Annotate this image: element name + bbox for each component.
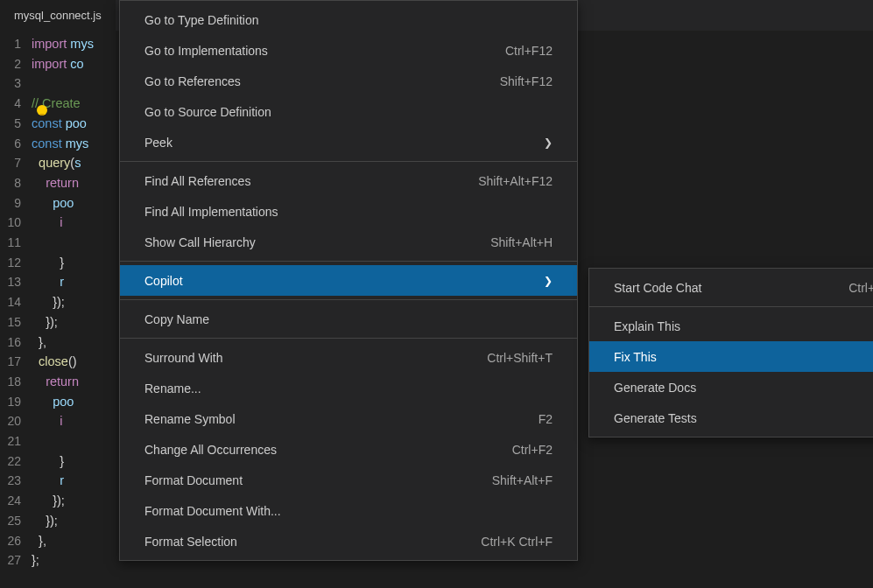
svg-rect-1 — [40, 114, 44, 116]
line-number: 17 — [0, 352, 21, 372]
menu-shortcut: Ctrl+Shift+T — [487, 351, 553, 365]
menu-item-format-document-with[interactable]: Format Document With... — [120, 495, 577, 526]
menu-shortcut: Ctrl+F12 — [505, 44, 553, 58]
menu-item-go-to-source-definition[interactable]: Go to Source Definition — [120, 96, 577, 127]
line-number: 6 — [0, 134, 21, 154]
line-number: 15 — [0, 312, 21, 332]
menu-shortcut: Ctrl+K Ctrl+F — [481, 535, 553, 549]
chevron-right-icon: ❯ — [544, 275, 553, 287]
menu-item-format-document[interactable]: Format DocumentShift+Alt+F — [120, 465, 577, 495]
menu-separator — [589, 306, 873, 307]
line-number: 7 — [0, 153, 21, 173]
line-number: 22 — [0, 452, 21, 472]
menu-item-go-to-references[interactable]: Go to ReferencesShift+F12 — [120, 66, 577, 96]
menu-label: Start Code Chat — [614, 281, 701, 295]
menu-label: Format Document With... — [144, 504, 281, 518]
menu-item-find-all-references[interactable]: Find All ReferencesShift+Alt+F12 — [120, 165, 577, 196]
chevron-right-icon: ❯ — [544, 136, 553, 149]
menu-item-go-to-implementations[interactable]: Go to ImplementationsCtrl+F12 — [120, 35, 577, 66]
menu-label: Rename... — [144, 382, 201, 396]
menu-label: Copilot — [144, 274, 183, 288]
menu-label: Format Selection — [144, 535, 237, 549]
menu-item-rename[interactable]: Rename... — [120, 373, 577, 403]
menu-label: Explain This — [614, 319, 680, 333]
menu-shortcut: F2 — [539, 412, 553, 426]
line-number: 21 — [0, 431, 21, 452]
menu-shortcut: Shift+Alt+F12 — [478, 174, 553, 188]
line-number: 25 — [0, 511, 21, 531]
line-gutter: 1234567891011121314151617181920212223242… — [0, 31, 32, 588]
menu-label: Go to Type Definition — [144, 13, 258, 27]
submenu-item-explain-this[interactable]: Explain This — [589, 311, 873, 341]
menu-label: Go to Implementations — [144, 44, 268, 58]
menu-separator — [120, 161, 577, 162]
menu-label: Format Document — [144, 473, 243, 487]
menu-shortcut: Shift+F12 — [500, 74, 553, 88]
line-number: 5 — [0, 114, 21, 134]
menu-item-find-all-implementations[interactable]: Find All Implementations — [120, 196, 577, 227]
menu-label: Show Call Hierarchy — [144, 235, 256, 249]
menu-label: Copy Name — [144, 312, 209, 326]
line-number: 26 — [0, 531, 21, 551]
line-number: 23 — [0, 471, 21, 491]
tab-filename: mysql_connect.js — [14, 9, 102, 22]
line-number: 2 — [0, 54, 21, 74]
menu-item-copy-name[interactable]: Copy Name — [120, 304, 577, 334]
menu-item-format-selection[interactable]: Format SelectionCtrl+K Ctrl+F — [120, 526, 577, 556]
menu-label: Go to Source Definition — [144, 105, 271, 119]
line-number: 14 — [0, 292, 21, 312]
line-number: 12 — [0, 253, 21, 273]
menu-label: Change All Occurrences — [144, 443, 277, 457]
submenu-item-generate-tests[interactable]: Generate Tests — [589, 402, 873, 433]
line-number: 13 — [0, 272, 21, 292]
line-number: 3 — [0, 74, 21, 94]
menu-separator — [120, 338, 577, 339]
line-number: 27 — [0, 550, 21, 570]
menu-label: Peek — [144, 136, 172, 150]
submenu-item-fix-this[interactable]: Fix This — [589, 341, 873, 372]
line-number: 18 — [0, 372, 21, 392]
menu-label: Generate Docs — [614, 381, 696, 395]
lightbulb-icon[interactable] — [35, 103, 49, 117]
menu-item-peek[interactable]: Peek❯ — [120, 127, 577, 158]
menu-label: Fix This — [614, 350, 657, 364]
menu-item-change-all-occurrences[interactable]: Change All OccurrencesCtrl+F2 — [120, 434, 577, 465]
line-number: 19 — [0, 392, 21, 412]
menu-separator — [120, 261, 577, 262]
line-number: 10 — [0, 213, 21, 233]
menu-label: Generate Tests — [614, 411, 697, 425]
line-number: 11 — [0, 233, 21, 253]
menu-item-show-call-hierarchy[interactable]: Show Call HierarchyShift+Alt+H — [120, 227, 577, 257]
file-tab[interactable]: mysql_connect.js — [0, 0, 116, 31]
line-number: 24 — [0, 491, 21, 511]
submenu-item-generate-docs[interactable]: Generate Docs — [589, 372, 873, 402]
menu-shortcut: Ctrl+I — [848, 281, 873, 295]
menu-item-go-to-type-definition[interactable]: Go to Type Definition — [120, 4, 577, 35]
menu-label: Go to References — [144, 74, 241, 88]
menu-shortcut: Shift+Alt+H — [490, 235, 553, 249]
context-menu: Go to Type DefinitionGo to Implementatio… — [119, 0, 578, 561]
line-number: 9 — [0, 193, 21, 214]
line-number: 4 — [0, 94, 21, 114]
copilot-submenu: Start Code ChatCtrl+IExplain ThisFix Thi… — [588, 268, 873, 438]
menu-label: Find All Implementations — [144, 205, 278, 219]
menu-label: Rename Symbol — [144, 412, 236, 426]
menu-shortcut: Shift+Alt+F — [492, 473, 553, 487]
line-number: 1 — [0, 34, 21, 54]
menu-item-surround-with[interactable]: Surround WithCtrl+Shift+T — [120, 342, 577, 373]
line-number: 8 — [0, 173, 21, 193]
menu-shortcut: Ctrl+F2 — [512, 443, 553, 457]
menu-item-rename-symbol[interactable]: Rename SymbolF2 — [120, 403, 577, 434]
menu-label: Find All References — [144, 174, 250, 188]
submenu-item-start-code-chat[interactable]: Start Code ChatCtrl+I — [589, 272, 873, 303]
line-number: 20 — [0, 411, 21, 431]
menu-label: Surround With — [144, 351, 222, 365]
menu-item-copilot[interactable]: Copilot❯ — [120, 265, 577, 296]
line-number: 16 — [0, 332, 21, 353]
menu-separator — [120, 299, 577, 300]
